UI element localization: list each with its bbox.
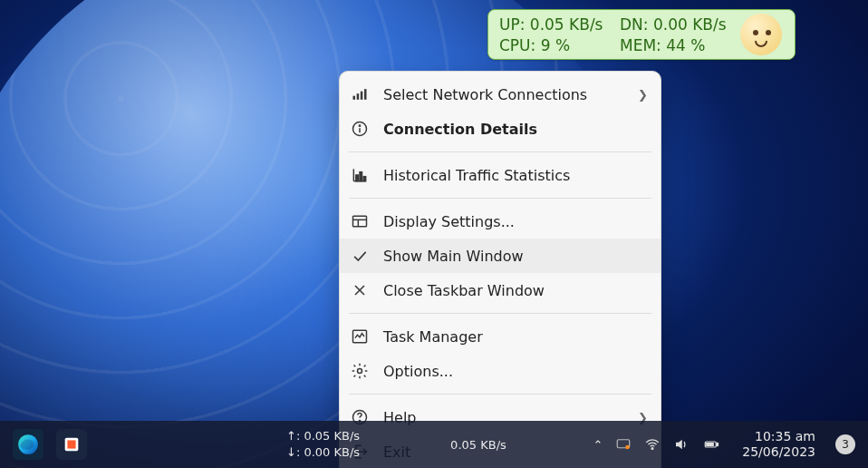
battery-icon[interactable] xyxy=(702,436,720,453)
taskbar-pinned-apps xyxy=(13,429,87,460)
up-value: 0.05 KB/s xyxy=(530,15,603,34)
menu-label: Display Settings... xyxy=(383,213,648,230)
svg-point-25 xyxy=(626,445,631,450)
svg-rect-10 xyxy=(360,172,362,181)
gear-icon xyxy=(349,360,371,382)
svg-point-18 xyxy=(358,369,362,374)
volume-icon[interactable] xyxy=(673,436,690,453)
svg-rect-28 xyxy=(717,444,719,446)
menu-label: Options... xyxy=(383,363,648,380)
edge-browser-icon[interactable] xyxy=(13,429,43,460)
desktop-wallpaper: UP: 0.05 KB/s DN: 0.00 KB/s CPU: 9 % MEM… xyxy=(0,0,868,468)
snipping-tool-icon[interactable] xyxy=(56,429,87,460)
down-arrow-icon: ↓: xyxy=(286,445,300,459)
widget-avatar-icon xyxy=(740,14,782,55)
tray-chevron-up-icon[interactable]: ⌃ xyxy=(593,438,603,452)
mem-stat: MEM: 44 % xyxy=(620,36,735,54)
menu-connection-details[interactable]: Connection Details xyxy=(340,112,661,146)
menu-separator xyxy=(349,151,651,152)
menu-label: Task Manager xyxy=(383,328,648,346)
menu-historical-traffic-statistics[interactable]: Historical Traffic Statistics xyxy=(340,158,661,192)
menu-close-taskbar-window[interactable]: Close Taskbar Window xyxy=(340,273,661,307)
svg-rect-12 xyxy=(353,216,367,227)
menu-label: Historical Traffic Statistics xyxy=(383,167,648,184)
tray-app-icon[interactable] xyxy=(615,436,632,453)
menu-separator xyxy=(349,313,651,314)
svg-rect-23 xyxy=(67,440,75,448)
menu-display-settings[interactable]: Display Settings... xyxy=(340,204,661,239)
taskbar-combined-rate[interactable]: 0.05 KB/s xyxy=(450,438,506,452)
bar-chart-icon xyxy=(349,164,371,186)
menu-label: Select Network Connections xyxy=(383,86,625,103)
menu-separator xyxy=(349,198,651,199)
mem-value: 44 % xyxy=(666,36,705,54)
svg-rect-29 xyxy=(707,444,714,446)
menu-options[interactable]: Options... xyxy=(340,354,661,388)
up-stat: UP: 0.05 KB/s xyxy=(499,15,614,34)
up-arrow-icon: ↑: xyxy=(286,429,300,443)
info-icon xyxy=(349,118,371,140)
cpu-stat: CPU: 9 % xyxy=(499,36,614,54)
taskbar-clock[interactable]: 10:35 am 25/06/2023 xyxy=(742,429,815,460)
tray-context-menu: Select Network Connections ❯ Connection … xyxy=(339,71,661,468)
dn-label: DN: xyxy=(620,15,649,34)
taskbar-up-rate: 0.05 KB/s xyxy=(304,429,360,443)
menu-select-network-connections[interactable]: Select Network Connections ❯ xyxy=(340,77,661,112)
mem-label: MEM: xyxy=(620,36,661,54)
date-text: 25/06/2023 xyxy=(742,444,815,460)
dn-value: 0.00 KB/s xyxy=(653,15,727,34)
dn-stat: DN: 0.00 KB/s xyxy=(620,15,735,34)
menu-separator xyxy=(349,394,651,395)
svg-rect-2 xyxy=(361,92,363,100)
svg-rect-1 xyxy=(357,93,360,100)
taskbar-down-rate: 0.00 KB/s xyxy=(304,445,360,459)
network-monitor-widget[interactable]: UP: 0.05 KB/s DN: 0.00 KB/s CPU: 9 % MEM… xyxy=(487,9,796,60)
menu-show-main-window[interactable]: Show Main Window xyxy=(340,239,661,273)
taskbar[interactable]: ↑: 0.05 KB/s ↓: 0.00 KB/s 0.05 KB/s ⌃ xyxy=(0,421,868,468)
svg-rect-11 xyxy=(363,177,366,181)
check-icon xyxy=(349,245,371,267)
wifi-icon[interactable] xyxy=(644,436,661,453)
svg-rect-3 xyxy=(364,89,367,100)
svg-point-5 xyxy=(359,125,360,126)
taskbar-net-rates[interactable]: ↑: 0.05 KB/s ↓: 0.00 KB/s xyxy=(286,429,360,460)
menu-task-manager[interactable]: Task Manager xyxy=(340,319,661,354)
system-tray: ⌃ 10:35 am 25/06/2023 3 xyxy=(593,429,855,460)
notification-badge[interactable]: 3 xyxy=(835,434,855,454)
svg-rect-9 xyxy=(356,175,359,181)
menu-label: Connection Details xyxy=(383,121,648,138)
layout-icon xyxy=(349,210,371,232)
signal-bars-icon xyxy=(349,83,371,105)
cpu-value: 9 % xyxy=(541,36,570,54)
task-manager-icon xyxy=(349,326,371,347)
close-icon xyxy=(349,279,371,301)
chevron-right-icon: ❯ xyxy=(638,88,648,102)
menu-label: Close Taskbar Window xyxy=(383,282,648,299)
menu-label: Show Main Window xyxy=(383,248,648,265)
up-label: UP: xyxy=(499,15,525,34)
cpu-label: CPU: xyxy=(499,36,535,54)
svg-rect-0 xyxy=(353,96,356,100)
svg-point-26 xyxy=(651,448,653,450)
time-text: 10:35 am xyxy=(755,429,815,444)
